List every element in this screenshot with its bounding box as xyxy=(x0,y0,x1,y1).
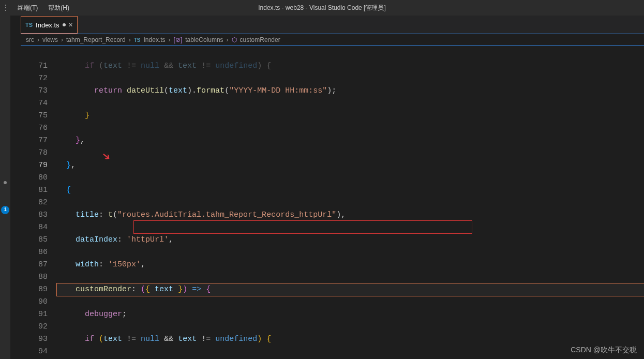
symbol-array-icon: [⊘] xyxy=(174,36,183,43)
window-grip-icon xyxy=(5,5,9,11)
dirty-indicator-icon xyxy=(63,23,66,26)
activity-badge[interactable]: 1 xyxy=(1,206,9,214)
breakpoint-icon[interactable] xyxy=(4,181,7,184)
chevron-right-icon: › xyxy=(227,36,229,43)
crumb-symbol2[interactable]: customRender xyxy=(240,36,280,43)
annotation-highlight-box xyxy=(133,220,472,234)
menu-help[interactable]: 帮助(H) xyxy=(43,4,74,12)
chevron-right-icon: › xyxy=(169,36,171,43)
chevron-right-icon: › xyxy=(129,36,131,43)
chevron-right-icon: › xyxy=(61,36,63,43)
typescript-icon: TS xyxy=(25,22,33,28)
typescript-icon: TS xyxy=(134,37,141,43)
activity-bar: 1 xyxy=(0,16,10,359)
menu-terminal[interactable]: 终端(T) xyxy=(12,4,43,12)
crumb-symbol[interactable]: tableColumns xyxy=(185,36,223,43)
close-icon[interactable]: × xyxy=(69,21,73,28)
line-gutter: 71 72 73 74 75 76 77 78 79 80 81 82 83 8… xyxy=(21,48,57,359)
window-title: Index.ts - web28 - Visual Studio Code [管… xyxy=(0,4,644,12)
symbol-method-icon: ⬡ xyxy=(232,36,237,43)
watermark: CSDN @吹牛不交税 xyxy=(571,346,637,355)
tab-index-ts[interactable]: TS Index.ts × xyxy=(21,16,78,34)
breadcrumb[interactable]: src › views › tahm_Report_Record › TS In… xyxy=(21,34,644,46)
crumb-folder[interactable]: tahm_Report_Record xyxy=(66,36,126,43)
menubar: 终端(T) 帮助(H) Index.ts - web28 - Visual St… xyxy=(0,0,644,16)
crumb-src[interactable]: src xyxy=(26,36,34,43)
crumb-file[interactable]: Index.ts xyxy=(144,36,166,43)
chevron-right-icon: › xyxy=(37,36,39,43)
tab-label: Index.ts xyxy=(36,21,59,29)
crumb-views[interactable]: views xyxy=(42,36,58,43)
tab-bar: TS Index.ts × xyxy=(21,16,644,34)
code-area[interactable]: if (text != null && text != undefined) {… xyxy=(57,48,644,359)
editor[interactable]: 71 72 73 74 75 76 77 78 79 80 81 82 83 8… xyxy=(21,48,644,359)
